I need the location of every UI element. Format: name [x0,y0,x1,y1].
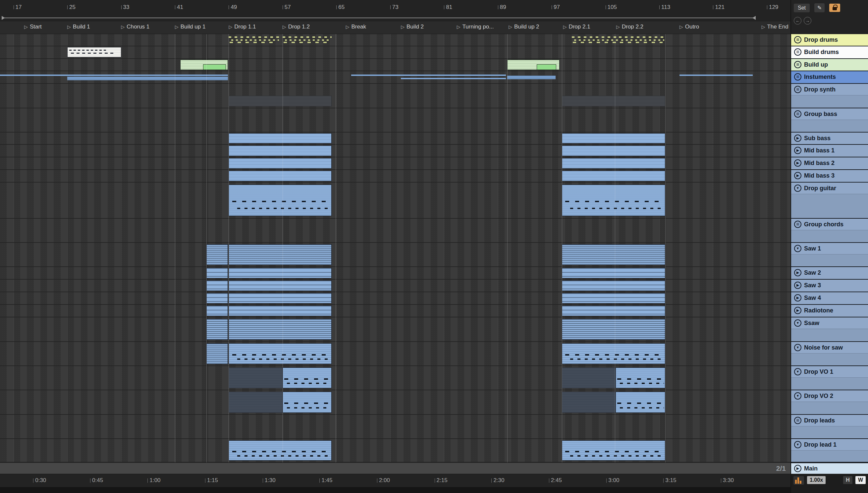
locator-build-up-1[interactable]: ▷Build up 1 [175,23,205,30]
lane-mid-bass-1[interactable] [0,145,790,157]
circle-down-icon[interactable]: ▼ [794,185,801,192]
clip[interactable] [401,78,506,79]
track-header-drop-vo-1[interactable]: ▼Drop VO 1 [791,366,868,390]
circle-play-icon[interactable]: ▶ [794,159,801,167]
clip[interactable] [562,280,666,291]
clip[interactable] [229,268,332,278]
group-lines-icon[interactable]: ≡ [794,86,801,93]
clip[interactable] [562,158,666,169]
track-header-ssaw[interactable]: ▼Ssaw [791,317,868,342]
lane-noise-for-saw[interactable] [0,342,790,366]
group-lines-icon[interactable]: ≡ [794,48,801,56]
clip[interactable] [207,305,228,316]
clip[interactable] [679,74,753,76]
clip[interactable] [229,35,280,45]
lock-icon[interactable] [829,4,840,12]
playback-speed-badge[interactable]: 1.00x [807,476,826,484]
clip[interactable] [562,244,666,265]
clip[interactable] [562,367,615,388]
loop-brace[interactable] [2,18,755,18]
clip[interactable] [207,293,228,303]
clip[interactable] [229,343,332,364]
locator-chorus-1[interactable]: ▷Chorus 1 [121,23,150,30]
track-header-build-drums[interactable]: ≡Build drums [791,46,868,59]
circle-down-icon[interactable]: ▼ [794,344,801,351]
clip[interactable] [615,392,665,412]
track-header-mid-bass-1[interactable]: ▶Mid bass 1 [791,145,868,157]
track-header-mid-bass-2[interactable]: ▶Mid bass 2 [791,157,868,170]
clip[interactable] [507,76,556,79]
clip[interactable] [562,185,666,216]
track-header-drop-leads[interactable]: ≡Drop leads [791,415,868,439]
locator-turning-po[interactable]: ▷Turning po... [457,23,494,30]
track-header-main[interactable]: ▶ Main [791,463,868,474]
clip[interactable] [229,171,332,181]
main-track-lane[interactable]: 2/1 [0,463,790,474]
locator-build-2[interactable]: ▷Build 2 [401,23,424,30]
circle-play-icon[interactable]: ▶ [794,147,801,154]
track-header-sub-bass[interactable]: ▶Sub bass [791,132,868,145]
pencil-icon[interactable]: ✎ [814,3,825,12]
time-ruler[interactable]: 0:300:451:001:151:301:452:002:152:302:45… [0,474,790,487]
track-header-group-chords[interactable]: ≡Group chords [791,219,868,243]
track-header-saw-3[interactable]: ▶Saw 3 [791,280,868,292]
bar-ruler[interactable]: 1725334149576573818997105113121129 [0,0,790,21]
clip[interactable] [229,367,282,388]
clip[interactable] [562,392,615,412]
locator-drop-1-1[interactable]: ▷Drop 1.1 [229,23,256,30]
locator-drop-2-1[interactable]: ▷Drop 2.1 [563,23,590,30]
group-lines-icon[interactable]: ≡ [794,110,801,117]
clip[interactable] [229,293,332,303]
circle-down-icon[interactable]: ▼ [794,319,801,327]
group-lines-icon[interactable]: ≡ [794,36,801,43]
circle-down-icon[interactable]: ▼ [794,392,801,400]
group-lines-icon[interactable]: ≡ [794,417,801,424]
group-lines-icon[interactable]: ≡ [794,73,801,81]
lane-drop-lead-1[interactable] [0,439,790,463]
track-header-instuments[interactable]: ≡Instuments [791,71,868,84]
level-meter-icon[interactable] [794,476,804,485]
lane-saw-3[interactable] [0,280,790,292]
clip[interactable] [207,244,228,265]
lane-group-bass[interactable] [0,108,790,132]
lane-radiotone[interactable] [0,305,790,317]
circle-play-icon[interactable]: ▶ [794,294,801,301]
bottom-scroll-strip[interactable] [0,487,790,493]
clip[interactable] [562,293,666,303]
track-header-radiotone[interactable]: ▶Radiotone [791,305,868,317]
clip[interactable] [229,392,282,412]
circle-play-icon[interactable]: ▶ [794,307,801,314]
clip[interactable] [562,96,666,106]
lane-group-chords[interactable] [0,219,790,243]
lane-drop-vo-1[interactable] [0,366,790,390]
clip[interactable] [67,77,228,80]
lane-mid-bass-2[interactable] [0,157,790,170]
track-header-drop-synth[interactable]: ≡Drop synth [791,84,868,108]
locator-build-1[interactable]: ▷Build 1 [67,23,90,30]
locator-drop-1-2[interactable]: ▷Drop 1.2 [283,23,310,30]
clip[interactable] [562,305,666,316]
lane-saw-2[interactable] [0,267,790,280]
track-header-noise-for-saw[interactable]: ▼Noise for saw [791,342,868,366]
clip[interactable] [229,133,332,144]
clip[interactable] [229,319,332,340]
track-header-group-bass[interactable]: ≡Group bass [791,108,868,132]
clip[interactable] [207,343,228,364]
locator-break[interactable]: ▷Break [346,23,366,30]
clip[interactable] [229,244,332,265]
circle-down-icon[interactable]: ▼ [794,368,801,376]
circle-play-icon[interactable]: ▶ [794,269,801,276]
clip[interactable] [229,96,332,106]
lane-ssaw[interactable] [0,317,790,342]
lane-drop-vo-2[interactable] [0,390,790,415]
clip[interactable] [67,47,121,58]
clip[interactable] [229,185,332,216]
lane-build-up[interactable] [0,59,790,71]
prev-arrow-icon[interactable]: ← [794,17,801,24]
width-zoom-button[interactable]: W [855,476,866,484]
lane-drop-synth[interactable] [0,84,790,108]
circle-down-icon[interactable]: ▼ [794,441,801,448]
clip[interactable] [207,280,228,291]
track-header-build-up[interactable]: ≡Build up [791,59,868,71]
lane-drop-guitar[interactable] [0,183,790,219]
